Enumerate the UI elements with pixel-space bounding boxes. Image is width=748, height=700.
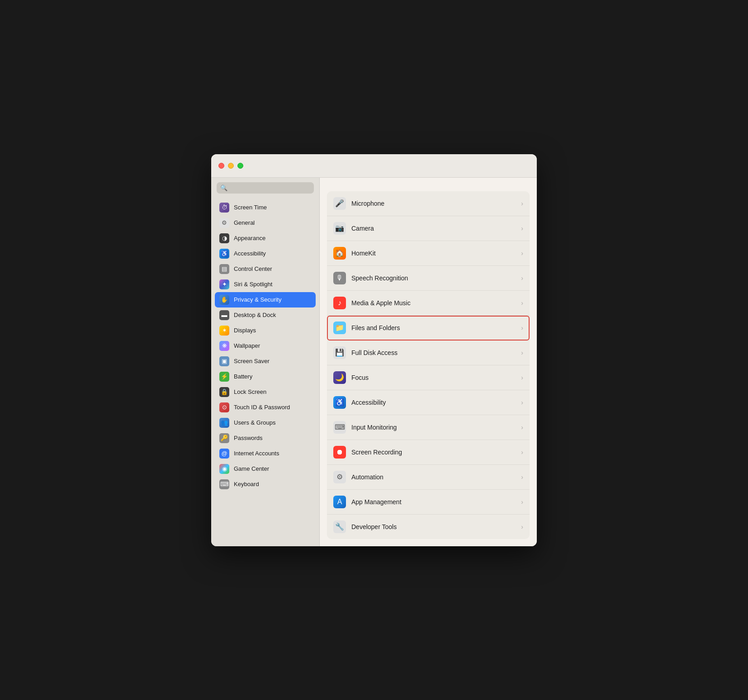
sidebar-item-label-screen-time: Screen Time (234, 204, 267, 211)
microphone-privacy-icon: 🎤 (333, 197, 346, 210)
sidebar: 🔍 ⏱Screen Time⚙General◑Appearance♿Access… (211, 178, 320, 546)
search-box[interactable]: 🔍 (217, 182, 314, 194)
sidebar-item-displays[interactable]: ✶Displays (215, 323, 316, 338)
privacy-item-full-disk-access[interactable]: 💾Full Disk Access› (327, 341, 530, 365)
chevron-right-icon-focus: › (521, 374, 523, 381)
titlebar (211, 154, 537, 178)
sidebar-list: ⏱Screen Time⚙General◑Appearance♿Accessib… (211, 198, 319, 546)
general-icon: ⚙ (219, 218, 229, 228)
accessibility-privacy-icon: ♿ (333, 396, 346, 409)
privacy-items-list: 🎤Microphone›📷Camera›🏠HomeKit›🎙Speech Rec… (320, 191, 537, 546)
sidebar-item-label-accessibility: Accessibility (234, 250, 266, 257)
media-apple-music-privacy-icon: ♪ (333, 297, 346, 309)
privacy-item-label-focus: Focus (351, 374, 521, 381)
sidebar-item-accessibility[interactable]: ♿Accessibility (215, 246, 316, 261)
lock-screen-icon: 🔒 (219, 387, 229, 397)
sidebar-item-privacy-security[interactable]: ✋Privacy & Security (215, 292, 316, 307)
control-center-icon: ▤ (219, 264, 229, 274)
search-icon: 🔍 (220, 184, 227, 191)
siri-spotlight-icon: ✦ (219, 279, 229, 289)
privacy-item-label-microphone: Microphone (351, 200, 521, 207)
chevron-right-icon-screen-recording: › (521, 449, 523, 456)
developer-tools-privacy-icon: 🔧 (333, 520, 346, 533)
sidebar-item-keyboard[interactable]: ⌨Keyboard (215, 477, 316, 492)
privacy-item-developer-tools[interactable]: 🔧Developer Tools› (327, 515, 530, 539)
sidebar-item-label-screen-saver: Screen Saver (234, 358, 270, 364)
privacy-item-label-full-disk-access: Full Disk Access (351, 349, 521, 356)
wallpaper-icon: ❋ (219, 341, 229, 351)
sidebar-item-label-wallpaper: Wallpaper (234, 342, 260, 349)
main-content: 🎤Microphone›📷Camera›🏠HomeKit›🎙Speech Rec… (320, 178, 537, 546)
privacy-item-homekit[interactable]: 🏠HomeKit› (327, 241, 530, 266)
sidebar-item-control-center[interactable]: ▤Control Center (215, 261, 316, 277)
sidebar-item-label-siri-spotlight: Siri & Spotlight (234, 281, 272, 288)
chevron-right-icon-media-apple-music: › (521, 299, 523, 307)
sidebar-item-users-groups[interactable]: 👥Users & Groups (215, 415, 316, 430)
privacy-item-files-folders[interactable]: 📁Files and Folders› (327, 316, 530, 341)
privacy-item-automation[interactable]: ⚙Automation› (327, 465, 530, 490)
sidebar-item-lock-screen[interactable]: 🔒Lock Screen (215, 384, 316, 400)
sidebar-item-label-displays: Displays (234, 327, 256, 334)
chevron-right-icon-input-monitoring: › (521, 424, 523, 431)
sidebar-item-label-general: General (234, 219, 255, 226)
sidebar-item-label-game-center: Game Center (234, 465, 269, 472)
sidebar-item-label-users-groups: Users & Groups (234, 419, 275, 426)
search-container: 🔍 (211, 178, 319, 198)
privacy-item-microphone[interactable]: 🎤Microphone› (327, 191, 530, 216)
privacy-item-label-app-management: App Management (351, 498, 521, 506)
screen-time-icon: ⏱ (219, 203, 229, 213)
chevron-right-icon-files-folders: › (521, 324, 523, 331)
sidebar-item-label-appearance: Appearance (234, 235, 265, 241)
chevron-right-icon-full-disk-access: › (521, 349, 523, 356)
privacy-item-speech-recognition[interactable]: 🎙Speech Recognition› (327, 266, 530, 291)
sidebar-item-game-center[interactable]: ◉Game Center (215, 461, 316, 477)
internet-accounts-icon: @ (219, 449, 229, 459)
automation-privacy-icon: ⚙ (333, 471, 346, 483)
chevron-right-icon-homekit: › (521, 250, 523, 257)
sidebar-item-siri-spotlight[interactable]: ✦Siri & Spotlight (215, 277, 316, 292)
full-disk-access-privacy-icon: 💾 (333, 346, 346, 359)
keyboard-icon: ⌨ (219, 479, 229, 489)
privacy-item-app-management[interactable]: AApp Management› (327, 490, 530, 515)
files-folders-privacy-icon: 📁 (333, 322, 346, 334)
close-button[interactable] (218, 163, 224, 169)
input-monitoring-privacy-icon: ⌨ (333, 421, 346, 434)
sidebar-item-touch-id[interactable]: ⊙Touch ID & Password (215, 400, 316, 415)
speech-recognition-privacy-icon: 🎙 (333, 272, 346, 284)
minimize-button[interactable] (228, 163, 234, 169)
privacy-item-camera[interactable]: 📷Camera› (327, 216, 530, 241)
sidebar-item-wallpaper[interactable]: ❋Wallpaper (215, 338, 316, 354)
sidebar-item-label-desktop-dock: Desktop & Dock (234, 312, 276, 318)
battery-icon: ⚡ (219, 372, 229, 382)
privacy-item-label-input-monitoring: Input Monitoring (351, 424, 521, 431)
sidebar-item-appearance[interactable]: ◑Appearance (215, 231, 316, 246)
fullscreen-button[interactable] (237, 163, 243, 169)
focus-privacy-icon: 🌙 (333, 371, 346, 384)
appearance-icon: ◑ (219, 233, 229, 243)
sidebar-item-desktop-dock[interactable]: ▬Desktop & Dock (215, 307, 316, 323)
privacy-item-accessibility[interactable]: ♿Accessibility› (327, 390, 530, 415)
privacy-item-focus[interactable]: 🌙Focus› (327, 365, 530, 390)
sidebar-item-label-privacy-security: Privacy & Security (234, 296, 281, 303)
main-header (320, 178, 537, 191)
users-groups-icon: 👥 (219, 418, 229, 428)
privacy-item-label-automation: Automation (351, 473, 521, 481)
sidebar-item-label-battery: Battery (234, 373, 252, 380)
content-area: 🔍 ⏱Screen Time⚙General◑Appearance♿Access… (211, 178, 537, 546)
sidebar-item-screen-saver[interactable]: ▣Screen Saver (215, 354, 316, 369)
sidebar-item-general[interactable]: ⚙General (215, 215, 316, 231)
sidebar-item-internet-accounts[interactable]: @Internet Accounts (215, 446, 316, 461)
chevron-right-icon-automation: › (521, 473, 523, 481)
privacy-security-icon: ✋ (219, 295, 229, 305)
privacy-item-screen-recording[interactable]: ⏺Screen Recording› (327, 440, 530, 465)
sidebar-item-battery[interactable]: ⚡Battery (215, 369, 316, 384)
privacy-item-input-monitoring[interactable]: ⌨Input Monitoring› (327, 415, 530, 440)
privacy-item-media-apple-music[interactable]: ♪Media & Apple Music› (327, 291, 530, 316)
privacy-item-label-camera: Camera (351, 225, 521, 232)
sidebar-item-passwords[interactable]: 🔑Passwords (215, 430, 316, 446)
sidebar-item-label-internet-accounts: Internet Accounts (234, 450, 279, 457)
sidebar-item-screen-time[interactable]: ⏱Screen Time (215, 200, 316, 215)
accessibility-icon: ♿ (219, 249, 229, 259)
screen-recording-privacy-icon: ⏺ (333, 446, 346, 459)
camera-privacy-icon: 📷 (333, 222, 346, 235)
